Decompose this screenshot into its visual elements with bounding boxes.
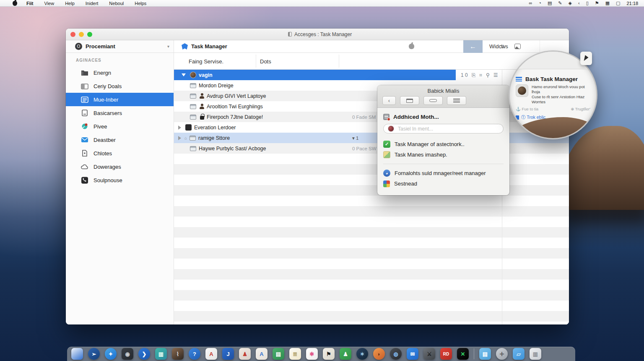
dock-icon-xcode-black[interactable]: ✕ <box>457 348 469 360</box>
menu-item-nebou[interactable]: Neboul <box>109 1 124 6</box>
dock-icon-notebook-green[interactable]: ▤ <box>273 348 284 360</box>
row-label: Firerpoch 7Jtne Datoge! <box>207 114 263 120</box>
dock-icon-letter-j[interactable]: J <box>222 348 234 360</box>
dock-icon-microphone[interactable]: ⌇ <box>172 348 184 360</box>
sidebar-item-mue-inber[interactable]: Mue-Inber <box>66 93 174 106</box>
disclosure-down-icon[interactable] <box>182 73 186 76</box>
table-view-button[interactable] <box>400 96 419 105</box>
dock-icon-columns-app[interactable]: ▥ <box>155 348 167 360</box>
table-row[interactable]: Firerpoch 7Jtne Datoge! 0 Fade SM <box>174 112 569 122</box>
close-button[interactable] <box>70 32 75 37</box>
row-meta: ▾ 1 <box>352 135 358 141</box>
menu-item-help[interactable]: Help <box>65 1 75 6</box>
dock-icon-mail-plane[interactable]: ➢ <box>88 348 100 360</box>
sidebar-item-basicarsers[interactable]: Basicarsers <box>66 106 174 120</box>
dock-icon-textedit[interactable]: A <box>205 348 217 360</box>
dock-icon-glyph: ◗ <box>377 351 381 357</box>
apple-menu-icon[interactable] <box>13 1 17 6</box>
dock-icon-swift-bird[interactable]: ❯ <box>138 348 150 360</box>
popup-item-fornalohts[interactable]: ◕ Fornalohts suld mnager/reet manager <box>383 168 504 178</box>
search-badge-icon <box>388 126 394 132</box>
back-button[interactable]: ← <box>463 40 483 53</box>
selected-row-band[interactable]: vagin <box>174 70 456 80</box>
back-chevron-button[interactable]: ‹ <box>382 96 396 105</box>
dock-icon-folder-doc[interactable]: ▤ <box>479 348 491 360</box>
loupe-link[interactable]: Ⓣ Trok eblic <box>516 115 592 120</box>
flag-icon[interactable]: ⚑ <box>595 1 599 5</box>
zoom-button[interactable] <box>87 32 92 37</box>
minimize-button[interactable] <box>79 32 84 37</box>
column-separator[interactable] <box>339 55 339 68</box>
dock-icon-finder[interactable] <box>71 348 83 360</box>
apple-gray-icon[interactable] <box>409 44 414 49</box>
window-titlebar[interactable]: Accesges : Task Manager <box>66 29 569 40</box>
dock-icon-red-rd[interactable]: RD <box>440 348 452 360</box>
popup-item-task-manager[interactable]: ✓ Task Manager of astectnork.. <box>383 139 504 149</box>
dock-icon-green-person[interactable]: ♟ <box>340 348 351 360</box>
doc-icon[interactable]: ⎘ <box>472 72 476 78</box>
dock-icon-folder-blue[interactable]: ▱ <box>513 348 525 360</box>
table-row[interactable]: vagin 1 0 ⎘ ⌗ ⚲ ☰ <box>174 70 569 80</box>
phone-icon[interactable]: ▯ <box>586 1 589 5</box>
sidebar-item-dowerages[interactable]: Dowerages <box>66 160 174 173</box>
sidebar-item-ceriy-doals[interactable]: Ceriy Doals <box>66 79 174 93</box>
dock-icon-game-flag[interactable]: ⚑ <box>323 348 335 360</box>
chevron-left-icon[interactable]: ‹ <box>578 1 580 5</box>
account-switcher[interactable]: O Procemiant ▾ <box>66 40 174 52</box>
dock-icon-photos[interactable]: ✱ <box>306 348 318 360</box>
dock-icon-notes[interactable]: ≣ <box>289 348 301 360</box>
table-row[interactable]: Everation Lerdoer <box>174 122 569 133</box>
list-view-icon <box>453 99 460 102</box>
popup-header[interactable]: Babick Mialis ‹ <box>377 85 509 108</box>
menu-item-file[interactable]: Fiit <box>26 1 34 6</box>
popup-item-task-manes[interactable]: Task Manes imashep. <box>383 149 504 160</box>
dock-icon-trash[interactable]: ▥ <box>530 348 541 360</box>
photo-icon[interactable] <box>514 44 521 49</box>
sort-split-icon[interactable]: ⇅ <box>500 44 504 50</box>
clock-icon[interactable]: ◔ <box>538 1 541 5</box>
window-icon[interactable]: ▢ <box>616 1 620 5</box>
dock-icon-safari-compass[interactable]: ✦ <box>105 348 117 360</box>
dock-icon-mail-blue[interactable]: ✉ <box>407 348 418 360</box>
keyboard-icon[interactable]: ▦ <box>605 1 610 5</box>
search-input[interactable] <box>398 126 499 132</box>
doc-flip-icon[interactable]: ⌗ <box>479 72 482 78</box>
loupe-body-line: Worrtes <box>532 99 545 104</box>
dock-icon-earth-dark[interactable]: ◍ <box>390 348 402 360</box>
sidebar-item-chlotes[interactable]: Chlotes <box>66 146 174 160</box>
column-separator[interactable] <box>256 55 256 68</box>
pen-icon[interactable]: ✎ <box>558 1 562 5</box>
sidebar-item-energn[interactable]: Energn <box>66 66 174 79</box>
column-header-faing[interactable]: Faing Servise. <box>189 58 223 65</box>
link-icon[interactable]: ∞ <box>529 1 532 5</box>
dock-icon-figure-red[interactable]: ♟ <box>239 348 251 360</box>
dock-icon-firefox[interactable]: ◗ <box>373 348 385 360</box>
location-icon[interactable]: ◈ <box>569 1 572 5</box>
sidebar-item-deastber[interactable]: Deastber <box>66 133 174 146</box>
book-icon[interactable]: ▤ <box>548 1 552 5</box>
dock-icon-camera[interactable]: ◉ <box>122 348 133 360</box>
hamburger-icon[interactable]: ☰ <box>493 72 498 78</box>
table-row[interactable]: Haywe Purbylc Sast/ Acboge 0 Pace SW <box>174 143 569 154</box>
disclosure-right-icon[interactable] <box>178 136 181 140</box>
timeline-view-button[interactable] <box>423 96 443 105</box>
dock-icon-chart-a[interactable]: A <box>256 348 267 360</box>
list-view-button[interactable] <box>447 96 466 105</box>
popup-item-sestnead[interactable]: Sestnead <box>383 178 504 189</box>
dock-icon-compass-dial[interactable]: ✛ <box>496 348 508 360</box>
dock-icon-help[interactable]: ? <box>189 348 200 360</box>
tray-icon[interactable]: ⚲ <box>486 72 490 78</box>
disclosure-right-icon[interactable] <box>178 126 181 130</box>
table-row[interactable]: ⌂ ramige Sttore ▾ 1 <box>174 133 569 143</box>
search-field[interactable] <box>383 124 504 133</box>
popup-item-label: Fornalohts suld mnager/reet manager <box>395 170 486 176</box>
sidebar-item-pivee[interactable]: Pivee <box>66 120 174 133</box>
popup-list: ✓ Task Manager of astectnork.. Task Mane… <box>383 139 504 189</box>
menu-item-insert[interactable]: Inidert <box>86 1 99 6</box>
menu-item-view[interactable]: View <box>44 1 55 6</box>
dock-icon-blade-gray[interactable]: ⚔ <box>423 348 435 360</box>
dock-icon-dark-sphere[interactable]: ✶ <box>356 348 368 360</box>
column-header-dots[interactable]: Dots <box>260 58 271 65</box>
menu-item-helps[interactable]: Helps <box>135 1 146 6</box>
sidebar-item-soulpnouse[interactable]: Soulpnouse <box>66 173 174 187</box>
